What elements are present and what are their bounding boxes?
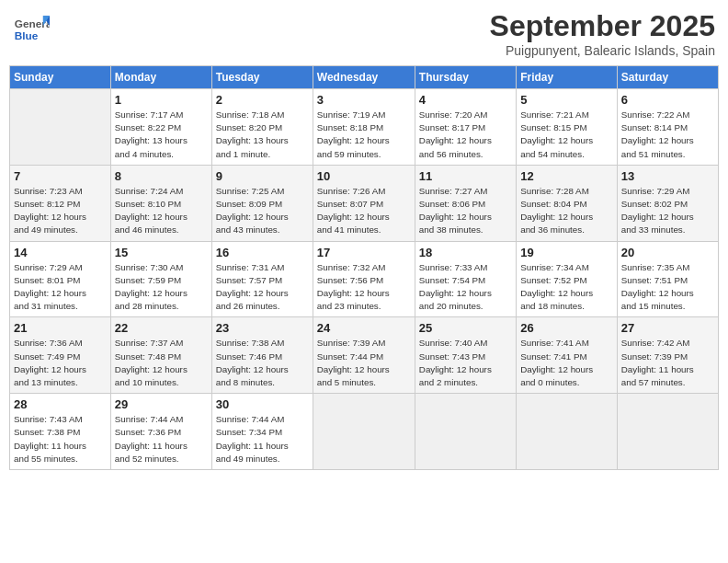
day-number: 15	[115, 246, 208, 259]
calendar-cell: 8Sunrise: 7:24 AMSunset: 8:10 PMDaylight…	[110, 165, 211, 241]
calendar-cell: 29Sunrise: 7:44 AMSunset: 7:36 PMDayligh…	[110, 394, 211, 470]
calendar-body: 1Sunrise: 7:17 AMSunset: 8:22 PMDaylight…	[10, 89, 719, 470]
day-info: Sunrise: 7:20 AMSunset: 8:17 PMDaylight:…	[419, 109, 512, 161]
col-header-thursday: Thursday	[415, 66, 516, 89]
day-info: Sunrise: 7:33 AMSunset: 7:54 PMDaylight:…	[419, 261, 512, 314]
calendar-cell: 13Sunrise: 7:29 AMSunset: 8:02 PMDayligh…	[617, 165, 718, 241]
day-number: 2	[216, 93, 309, 107]
col-header-sunday: Sunday	[10, 66, 111, 89]
calendar-header-row: SundayMondayTuesdayWednesdayThursdayFrid…	[10, 66, 719, 89]
day-number: 21	[14, 321, 107, 335]
day-info: Sunrise: 7:32 AMSunset: 7:56 PMDaylight:…	[317, 261, 411, 314]
calendar-cell: 23Sunrise: 7:38 AMSunset: 7:46 PMDayligh…	[211, 317, 313, 394]
day-number: 16	[216, 246, 309, 259]
day-info: Sunrise: 7:25 AMSunset: 8:09 PMDaylight:…	[216, 185, 309, 237]
day-number: 6	[621, 93, 714, 107]
calendar-cell: 19Sunrise: 7:34 AMSunset: 7:52 PMDayligh…	[517, 241, 618, 317]
col-header-tuesday: Tuesday	[211, 66, 313, 89]
calendar-cell: 12Sunrise: 7:28 AMSunset: 8:04 PMDayligh…	[517, 165, 618, 241]
day-number: 19	[520, 246, 613, 259]
calendar-cell: 24Sunrise: 7:39 AMSunset: 7:44 PMDayligh…	[313, 317, 415, 394]
calendar-cell: 17Sunrise: 7:32 AMSunset: 7:56 PMDayligh…	[313, 241, 415, 317]
day-number: 25	[419, 321, 512, 335]
day-info: Sunrise: 7:28 AMSunset: 8:04 PMDaylight:…	[520, 185, 613, 237]
logo-icon: General Blue	[13, 9, 50, 46]
calendar-cell: 22Sunrise: 7:37 AMSunset: 7:48 PMDayligh…	[110, 317, 211, 394]
day-number: 29	[115, 397, 208, 411]
day-info: Sunrise: 7:29 AMSunset: 8:01 PMDaylight:…	[14, 261, 107, 314]
day-number: 11	[419, 169, 512, 183]
calendar-cell: 6Sunrise: 7:22 AMSunset: 8:14 PMDaylight…	[617, 89, 718, 166]
day-info: Sunrise: 7:43 AMSunset: 7:38 PMDaylight:…	[14, 413, 107, 465]
calendar-cell: 16Sunrise: 7:31 AMSunset: 7:57 PMDayligh…	[211, 241, 313, 317]
calendar-cell: 3Sunrise: 7:19 AMSunset: 8:18 PMDaylight…	[313, 89, 415, 166]
day-number: 3	[317, 93, 411, 107]
day-number: 13	[621, 169, 714, 183]
calendar-cell: 18Sunrise: 7:33 AMSunset: 7:54 PMDayligh…	[415, 241, 516, 317]
calendar-cell	[415, 394, 516, 470]
svg-text:Blue: Blue	[15, 29, 39, 42]
day-info: Sunrise: 7:17 AMSunset: 8:22 PMDaylight:…	[115, 109, 208, 161]
day-info: Sunrise: 7:42 AMSunset: 7:39 PMDaylight:…	[621, 337, 714, 389]
day-number: 20	[621, 246, 714, 259]
col-header-monday: Monday	[110, 66, 211, 89]
day-info: Sunrise: 7:34 AMSunset: 7:52 PMDaylight:…	[520, 261, 613, 314]
calendar-week-row: 28Sunrise: 7:43 AMSunset: 7:38 PMDayligh…	[10, 394, 719, 470]
calendar-cell: 9Sunrise: 7:25 AMSunset: 8:09 PMDaylight…	[211, 165, 313, 241]
calendar-cell: 4Sunrise: 7:20 AMSunset: 8:17 PMDaylight…	[415, 89, 516, 166]
day-number: 22	[115, 321, 208, 335]
col-header-wednesday: Wednesday	[313, 66, 415, 89]
day-number: 8	[115, 169, 208, 183]
day-info: Sunrise: 7:44 AMSunset: 7:34 PMDaylight:…	[216, 413, 309, 465]
day-number: 28	[14, 397, 107, 411]
location-subtitle: Puigpunyent, Balearic Islands, Spain	[490, 43, 715, 58]
day-number: 30	[216, 397, 309, 411]
day-number: 4	[419, 93, 512, 107]
calendar-week-row: 7Sunrise: 7:23 AMSunset: 8:12 PMDaylight…	[10, 165, 719, 241]
day-info: Sunrise: 7:27 AMSunset: 8:06 PMDaylight:…	[419, 185, 512, 237]
day-info: Sunrise: 7:24 AMSunset: 8:10 PMDaylight:…	[115, 185, 208, 237]
calendar-cell: 20Sunrise: 7:35 AMSunset: 7:51 PMDayligh…	[617, 241, 718, 317]
calendar-cell: 28Sunrise: 7:43 AMSunset: 7:38 PMDayligh…	[10, 394, 111, 470]
calendar-cell: 7Sunrise: 7:23 AMSunset: 8:12 PMDaylight…	[10, 165, 111, 241]
day-number: 1	[115, 93, 208, 107]
logo: General Blue	[13, 9, 53, 46]
col-header-saturday: Saturday	[617, 66, 718, 89]
calendar-week-row: 14Sunrise: 7:29 AMSunset: 8:01 PMDayligh…	[10, 241, 719, 317]
title-area: September 2025 Puigpunyent, Balearic Isl…	[490, 9, 715, 58]
calendar-week-row: 21Sunrise: 7:36 AMSunset: 7:49 PMDayligh…	[10, 317, 719, 394]
calendar-cell: 27Sunrise: 7:42 AMSunset: 7:39 PMDayligh…	[617, 317, 718, 394]
page-header: General Blue September 2025 Puigpunyent,…	[9, 9, 719, 58]
day-info: Sunrise: 7:26 AMSunset: 8:07 PMDaylight:…	[317, 185, 411, 237]
calendar-cell: 1Sunrise: 7:17 AMSunset: 8:22 PMDaylight…	[110, 89, 211, 166]
day-number: 10	[317, 169, 411, 183]
day-info: Sunrise: 7:30 AMSunset: 7:59 PMDaylight:…	[115, 261, 208, 314]
day-number: 12	[520, 169, 613, 183]
day-info: Sunrise: 7:35 AMSunset: 7:51 PMDaylight:…	[621, 261, 714, 314]
day-number: 14	[14, 246, 107, 259]
calendar-cell: 26Sunrise: 7:41 AMSunset: 7:41 PMDayligh…	[517, 317, 618, 394]
day-info: Sunrise: 7:38 AMSunset: 7:46 PMDaylight:…	[216, 337, 309, 389]
day-info: Sunrise: 7:41 AMSunset: 7:41 PMDaylight:…	[520, 337, 613, 389]
calendar-week-row: 1Sunrise: 7:17 AMSunset: 8:22 PMDaylight…	[10, 89, 719, 166]
day-number: 18	[419, 246, 512, 259]
day-info: Sunrise: 7:22 AMSunset: 8:14 PMDaylight:…	[621, 109, 714, 161]
month-title: September 2025	[490, 9, 715, 43]
day-info: Sunrise: 7:44 AMSunset: 7:36 PMDaylight:…	[115, 413, 208, 465]
calendar-cell: 15Sunrise: 7:30 AMSunset: 7:59 PMDayligh…	[110, 241, 211, 317]
day-info: Sunrise: 7:37 AMSunset: 7:48 PMDaylight:…	[115, 337, 208, 389]
day-info: Sunrise: 7:40 AMSunset: 7:43 PMDaylight:…	[419, 337, 512, 389]
calendar-table: SundayMondayTuesdayWednesdayThursdayFrid…	[9, 65, 719, 470]
day-number: 26	[520, 321, 613, 335]
day-number: 9	[216, 169, 309, 183]
day-info: Sunrise: 7:23 AMSunset: 8:12 PMDaylight:…	[14, 185, 107, 237]
calendar-cell: 10Sunrise: 7:26 AMSunset: 8:07 PMDayligh…	[313, 165, 415, 241]
day-number: 27	[621, 321, 714, 335]
day-info: Sunrise: 7:19 AMSunset: 8:18 PMDaylight:…	[317, 109, 411, 161]
day-info: Sunrise: 7:31 AMSunset: 7:57 PMDaylight:…	[216, 261, 309, 314]
day-info: Sunrise: 7:29 AMSunset: 8:02 PMDaylight:…	[621, 185, 714, 237]
calendar-cell: 5Sunrise: 7:21 AMSunset: 8:15 PMDaylight…	[517, 89, 618, 166]
calendar-cell: 2Sunrise: 7:18 AMSunset: 8:20 PMDaylight…	[211, 89, 313, 166]
day-number: 24	[317, 321, 411, 335]
calendar-cell	[617, 394, 718, 470]
